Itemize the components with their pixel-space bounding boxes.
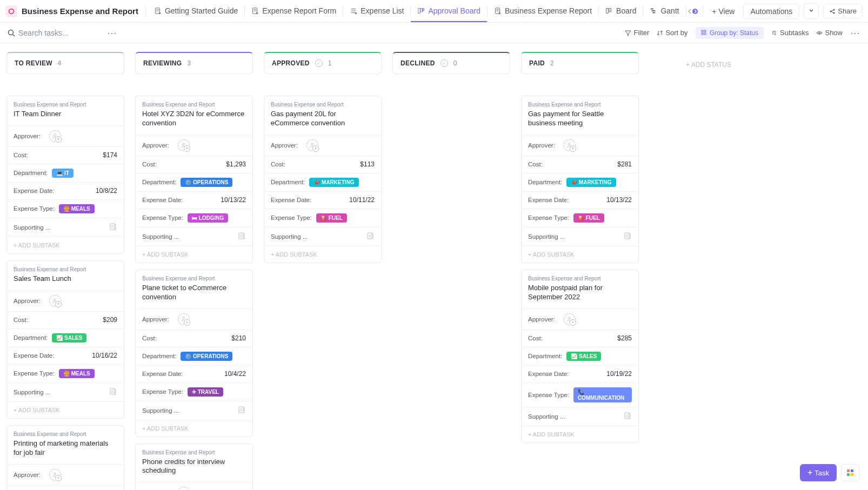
tab-board[interactable]: Board — [599, 0, 643, 22]
approver-avatar[interactable] — [564, 313, 576, 325]
field-supporting: Supporting ... — [264, 227, 381, 246]
automations-chevron[interactable] — [804, 3, 819, 19]
field-supporting: Supporting ... — [7, 382, 124, 401]
column-header[interactable]: APPROVED 1 — [264, 52, 382, 74]
approver-avatar[interactable] — [49, 130, 61, 142]
toolbar-more-icon[interactable]: ⋯ — [850, 27, 860, 39]
field-approver: Approver: — [136, 482, 252, 490]
approver-avatar[interactable] — [306, 139, 318, 151]
task-card[interactable]: Business Expense and Report IT Team Dinn… — [6, 96, 124, 254]
check-icon — [315, 59, 323, 67]
document-icon[interactable] — [237, 406, 246, 415]
svg-point-10 — [499, 12, 501, 14]
tab-approval-board[interactable]: Approval Board — [411, 0, 487, 22]
add-subtask-button[interactable]: + ADD SUBTASK — [522, 246, 638, 263]
field-expense-type: Expense Type:⛽ FUEL — [522, 209, 638, 227]
task-card[interactable]: Business Expense and Report Hotel XYZ 3D… — [135, 96, 253, 263]
column-declined: DECLINED 0 — [392, 52, 510, 96]
task-card[interactable]: Business Expense and Report Phone credit… — [135, 444, 253, 490]
tab-gantt[interactable]: Gantt — [643, 0, 685, 22]
approver-avatar[interactable] — [49, 295, 61, 307]
add-subtask-button[interactable]: + ADD SUBTASK — [136, 246, 252, 263]
card-list-name: Business Expense and Report — [136, 270, 252, 281]
search-input[interactable] — [18, 29, 99, 37]
svg-rect-7 — [421, 8, 423, 11]
show-button[interactable]: Show — [816, 29, 843, 37]
sort-button[interactable]: Sort by — [657, 29, 687, 37]
apps-button[interactable] — [841, 464, 859, 481]
card-title: Mobile postpaid plan for September 2022 — [522, 281, 638, 308]
svg-point-36 — [311, 143, 313, 145]
add-status-button[interactable]: + ADD STATUS — [650, 52, 767, 78]
add-subtask-button[interactable]: + ADD SUBTASK — [264, 246, 381, 263]
card-list-name: Business Expense and Report — [264, 96, 381, 108]
column-header[interactable]: PAID 2 — [521, 52, 639, 74]
svg-point-30 — [54, 473, 56, 475]
tab-business-expense-report[interactable]: Business Expense Report — [488, 0, 598, 22]
filter-button[interactable]: Filter — [625, 29, 649, 37]
tab-expense-report-form[interactable]: Expense Report Form — [245, 0, 343, 22]
approver-avatar[interactable] — [178, 313, 190, 325]
approver-avatar[interactable] — [178, 139, 190, 151]
subtasks-button[interactable]: Subtasks — [771, 29, 809, 37]
automations-button[interactable]: Automations — [743, 4, 799, 19]
field-expense-date: Expense Date:10/16/22 — [7, 347, 124, 364]
task-card[interactable]: Business Expense and Report Gas payment … — [521, 96, 639, 263]
field-expense-type: Expense Type:✈ TRAVEL — [136, 382, 252, 401]
task-card[interactable]: Business Expense and Report Plane ticket… — [135, 270, 253, 437]
workspace-title[interactable]: Business Expense and Report — [22, 6, 138, 16]
svg-point-31 — [183, 143, 185, 145]
add-subtask-button[interactable]: + ADD SUBTASK — [522, 426, 638, 442]
field-approver: Approver: — [136, 135, 252, 156]
tab-expense-list[interactable]: Expense List — [343, 0, 410, 22]
card-title: Phone credits for interview scheduling — [136, 455, 252, 482]
document-icon[interactable] — [109, 387, 117, 397]
document-icon[interactable] — [237, 232, 246, 241]
show-icon — [816, 30, 823, 36]
view-tabs: Getting Started GuideExpense Report Form… — [148, 0, 686, 22]
approver-avatar[interactable] — [178, 487, 190, 490]
task-card[interactable]: Business Expense and Report Mobile postp… — [521, 270, 639, 443]
card-list-name: Business Expense and Report — [7, 426, 124, 437]
document-icon[interactable] — [366, 232, 375, 241]
task-card[interactable]: Business Expense and Report Printing of … — [6, 425, 124, 490]
kanban-board: TO REVIEW 4 Business Expense and Report … — [0, 43, 868, 490]
column-header[interactable]: DECLINED 0 — [392, 52, 510, 74]
svg-rect-13 — [651, 8, 653, 9]
search-more-icon[interactable]: ⋯ — [107, 27, 117, 39]
doc-pin-icon — [251, 7, 259, 15]
approver-avatar[interactable] — [564, 139, 576, 151]
svg-point-5 — [355, 12, 357, 14]
task-card[interactable]: Business Expense and Report Sales Team L… — [6, 260, 124, 419]
svg-rect-32 — [239, 233, 243, 239]
tab-getting-started-guide[interactable]: Getting Started Guide — [148, 0, 244, 22]
field-cost: Cost:$205 — [7, 485, 124, 490]
field-department: Department:📣 MARKETING — [522, 173, 638, 191]
svg-point-0 — [9, 9, 14, 14]
add-view-button[interactable]: +View — [707, 5, 739, 18]
field-expense-type: Expense Type:🍔 MEALS — [7, 199, 124, 218]
share-button[interactable]: Share — [823, 4, 863, 18]
field-approver: Approver: — [7, 290, 124, 311]
groupby-button[interactable]: Group by: Status — [696, 27, 764, 39]
search-box[interactable] — [8, 29, 99, 37]
add-subtask-button[interactable]: + ADD SUBTASK — [136, 420, 252, 437]
add-subtask-button[interactable]: + ADD SUBTASK — [7, 237, 124, 253]
column-header[interactable]: TO REVIEW 4 — [6, 52, 124, 74]
card-list-name: Business Expense and Report — [522, 270, 638, 281]
new-task-button[interactable]: +Task — [800, 464, 837, 481]
field-cost: Cost:$1,293 — [136, 156, 252, 173]
field-expense-date: Expense Date:10/4/22 — [136, 365, 252, 382]
svg-rect-24 — [704, 33, 706, 35]
add-subtask-button[interactable]: + ADD SUBTASK — [7, 401, 124, 418]
toolbar: ⋯ Filter Sort by Group by: Status Subtas… — [0, 23, 868, 43]
task-card[interactable]: Business Expense and Report Gas payment … — [264, 96, 382, 263]
column-header[interactable]: REVIEWING 3 — [135, 52, 253, 74]
document-icon[interactable] — [623, 412, 632, 421]
document-icon[interactable] — [623, 232, 632, 241]
document-icon[interactable] — [109, 223, 117, 232]
svg-point-28 — [54, 299, 56, 301]
nav-arrows-icon[interactable] — [687, 8, 698, 15]
approver-avatar[interactable] — [49, 469, 61, 481]
sort-icon — [657, 30, 663, 36]
